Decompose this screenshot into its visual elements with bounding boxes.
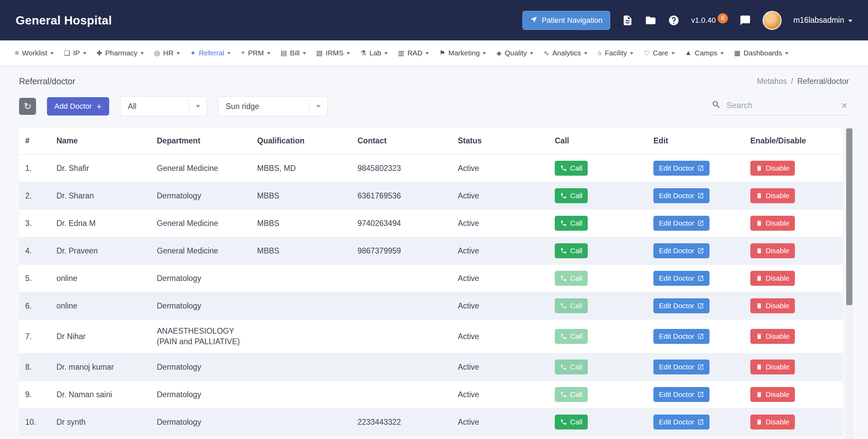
patient-navigation-button[interactable]: Patient Navigation xyxy=(522,11,611,30)
call-button: Call xyxy=(555,359,588,374)
vertical-scrollbar-thumb[interactable] xyxy=(846,128,852,305)
disable-button[interactable]: Disable xyxy=(750,298,795,313)
call-button: Call xyxy=(555,271,588,286)
call-button-label: Call xyxy=(570,332,582,340)
notification-badge[interactable]: 6 xyxy=(718,13,728,23)
cell-call: Call xyxy=(548,265,647,292)
cell-edit: Edit Doctor xyxy=(647,182,744,209)
nav-item-icon: ⌂ xyxy=(598,49,602,57)
nav-item-dashboards[interactable]: ▦ Dashboards xyxy=(734,49,788,57)
edit-doctor-button-label: Edit Doctor xyxy=(659,363,694,371)
nav-item-irms[interactable]: ▧ IRMS xyxy=(316,49,350,57)
nav-item-prm[interactable]: + PRM xyxy=(241,49,270,57)
cell-name: Dr. Naman saini xyxy=(50,383,150,406)
cell-contact xyxy=(351,300,451,312)
chevron-down-icon xyxy=(50,52,54,54)
chevron-down-icon xyxy=(310,105,327,108)
call-button[interactable]: Call xyxy=(555,243,588,258)
add-doctor-button[interactable]: Add Doctor + xyxy=(47,97,109,116)
nav-item-icon: ✚ xyxy=(97,49,102,57)
nav-item-worklist[interactable]: ≡ Worklist xyxy=(15,49,54,57)
edit-doctor-button[interactable]: Edit Doctor xyxy=(653,329,710,344)
cell-department: Dermatology xyxy=(150,411,250,434)
cell-name: online xyxy=(50,295,150,317)
branch-filter-select[interactable]: Sun ridge xyxy=(218,96,328,116)
nav-item-camps[interactable]: ▲ Camps xyxy=(685,49,724,57)
disable-button[interactable]: Disable xyxy=(750,387,795,402)
nav-item-lab[interactable]: ⚗ Lab xyxy=(360,49,388,57)
edit-doctor-button[interactable]: Edit Doctor xyxy=(653,161,710,176)
help-icon[interactable] xyxy=(668,15,680,26)
disable-button[interactable]: Disable xyxy=(750,216,795,231)
document-icon[interactable] xyxy=(622,15,633,26)
external-link-icon xyxy=(697,364,704,370)
cell-edit: Edit Doctor xyxy=(647,237,744,264)
edit-doctor-button[interactable]: Edit Doctor xyxy=(653,387,710,402)
clear-search-icon[interactable]: × xyxy=(841,100,848,111)
cell-index: 5. xyxy=(19,267,50,290)
folder-icon[interactable] xyxy=(645,15,656,26)
nav-item-bill[interactable]: ▤ Bill xyxy=(281,49,306,57)
cell-enable-disable: Disable xyxy=(744,182,843,209)
disable-button[interactable]: Disable xyxy=(750,161,795,176)
edit-doctor-button[interactable]: Edit Doctor xyxy=(653,359,710,374)
nav-item-rad[interactable]: ▥ RAD xyxy=(398,49,429,57)
nav-item-care[interactable]: ♡ Care xyxy=(644,49,674,57)
edit-doctor-button[interactable]: Edit Doctor xyxy=(653,415,710,429)
edit-doctor-button[interactable]: Edit Doctor xyxy=(653,243,710,258)
cell-department: Dermatology xyxy=(150,383,250,406)
search-input[interactable] xyxy=(726,100,836,110)
nav-item-marketing[interactable]: ⚑ Marketing xyxy=(439,49,486,57)
cell-contact: 9867379959 xyxy=(351,240,451,262)
cell-enable-disable: Disable xyxy=(744,155,843,182)
cell-qualification: MBBS xyxy=(250,185,351,207)
edit-doctor-button[interactable]: Edit Doctor xyxy=(653,188,710,203)
cell-call: Call xyxy=(548,436,647,439)
trash-icon xyxy=(756,391,763,398)
disable-button[interactable]: Disable xyxy=(750,359,795,374)
edit-doctor-button[interactable]: Edit Doctor xyxy=(653,216,710,231)
refresh-button[interactable]: ↻ xyxy=(19,98,36,115)
nav-item-pharmacy[interactable]: ✚ Pharmacy xyxy=(97,49,144,57)
call-button[interactable]: Call xyxy=(555,188,588,203)
user-menu[interactable]: m16labsadmin xyxy=(793,16,852,25)
page-title: Referral/doctor xyxy=(19,76,75,86)
phone-icon xyxy=(560,364,567,370)
call-button[interactable]: Call xyxy=(555,161,588,176)
cell-contact xyxy=(351,388,451,401)
disable-button[interactable]: Disable xyxy=(750,271,795,286)
nav-item-facility[interactable]: ⌂ Facility xyxy=(598,49,633,57)
cell-contact: 6361769536 xyxy=(351,185,451,207)
nav-item-hr[interactable]: ◎ HR xyxy=(154,49,180,57)
call-button[interactable]: Call xyxy=(555,415,588,429)
cell-status: Active xyxy=(451,157,548,180)
cell-index: 3. xyxy=(19,212,50,235)
nav-item-quality[interactable]: ◈ Quality xyxy=(496,49,533,57)
breadcrumb-root[interactable]: Metahos xyxy=(757,77,787,86)
disable-button[interactable]: Disable xyxy=(750,329,795,344)
column-header: Department xyxy=(150,127,250,154)
edit-doctor-button[interactable]: Edit Doctor xyxy=(653,298,710,313)
cell-department: Dermatology xyxy=(150,267,250,290)
avatar[interactable] xyxy=(763,11,782,30)
chevron-down-icon xyxy=(177,52,180,54)
call-button: Call xyxy=(555,329,588,344)
nav-item-analytics[interactable]: ∿ Analytics xyxy=(544,49,587,57)
department-filter-select[interactable]: All xyxy=(120,96,207,116)
vertical-scrollbar-track[interactable] xyxy=(846,127,853,439)
call-button[interactable]: Call xyxy=(555,216,588,231)
disable-button[interactable]: Disable xyxy=(750,415,795,429)
branch-filter-value: Sun ridge xyxy=(218,102,309,111)
edit-doctor-button[interactable]: Edit Doctor xyxy=(653,271,710,286)
disable-button[interactable]: Disable xyxy=(750,188,795,203)
edit-doctor-button-label: Edit Doctor xyxy=(659,219,694,227)
call-button-label: Call xyxy=(570,219,582,227)
cell-call: Call xyxy=(548,353,647,381)
nav-item-label: HR xyxy=(163,49,173,57)
chat-icon[interactable] xyxy=(739,15,751,26)
nav-item-referral[interactable]: ✦ Referral xyxy=(190,49,231,57)
call-button-label: Call xyxy=(570,390,582,399)
chevron-down-icon xyxy=(227,52,231,54)
disable-button[interactable]: Disable xyxy=(750,243,795,258)
nav-item-ip[interactable]: ❏ IP xyxy=(64,49,86,57)
